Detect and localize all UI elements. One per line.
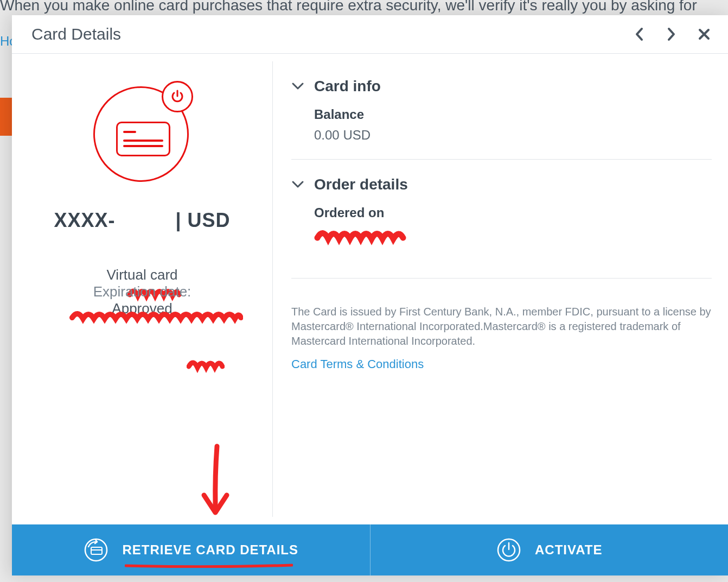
redaction-scribble-expiration xyxy=(187,357,225,375)
modal-title: Card Details xyxy=(31,25,631,43)
activate-label: ACTIVATE xyxy=(535,542,602,558)
order-details-title: Order details xyxy=(314,176,408,193)
underline-annotation xyxy=(125,564,293,568)
section-divider xyxy=(291,159,712,160)
card-details-panel: Card info Balance 0.00 USD Order details… xyxy=(272,61,728,517)
power-badge xyxy=(162,81,193,112)
balance-label: Balance xyxy=(314,107,712,122)
terms-link[interactable]: Card Terms & Conditions xyxy=(291,357,424,371)
card-details-modal: Card Details XXXX-XXXX | USD xyxy=(12,15,728,575)
card-number: XXXX-XXXX | USD xyxy=(54,209,230,232)
chevron-right-icon xyxy=(667,27,676,42)
ordered-on-label: Ordered on xyxy=(314,205,712,220)
card-summary-panel: XXXX-XXXX | USD Virtual card Expiration … xyxy=(12,54,272,524)
arrow-annotation xyxy=(196,443,234,519)
card-info-title: Card info xyxy=(314,78,381,95)
card-number-masked: XXXX- xyxy=(54,209,115,231)
card-currency: | USD xyxy=(170,209,231,231)
next-button[interactable] xyxy=(664,27,679,42)
retrieve-card-details-button[interactable]: RETRIEVE CARD DETAILS xyxy=(12,524,371,575)
close-icon xyxy=(698,28,711,41)
card-info-section-header[interactable]: Card info xyxy=(291,78,712,95)
redaction-scribble-ordered-date xyxy=(314,226,406,249)
chevron-down-icon xyxy=(291,178,304,191)
redaction-scribble-name xyxy=(69,308,243,326)
refresh-card-icon xyxy=(83,537,109,563)
legal-text: The Card is issued by First Century Bank… xyxy=(291,305,712,349)
card-expiration-label: Expiration date: xyxy=(93,283,191,300)
power-icon xyxy=(170,89,185,104)
card-icon xyxy=(116,122,170,156)
card-type: Virtual card xyxy=(106,267,177,283)
balance-value: 0.00 USD xyxy=(314,128,712,143)
order-details-section-header[interactable]: Order details xyxy=(291,176,712,193)
prev-button[interactable] xyxy=(631,27,647,42)
svg-rect-1 xyxy=(91,547,102,554)
power-outline-icon xyxy=(496,537,522,563)
background-text: When you make online card purchases that… xyxy=(0,0,728,14)
background-orange-accent xyxy=(0,98,12,136)
section-divider xyxy=(291,278,712,279)
modal-body: XXXX-XXXX | USD Virtual card Expiration … xyxy=(12,54,728,524)
activate-button[interactable]: ACTIVATE xyxy=(371,524,729,575)
modal-footer: RETRIEVE CARD DETAILS ACTIVATE xyxy=(12,524,728,575)
retrieve-label: RETRIEVE CARD DETAILS xyxy=(122,542,298,558)
chevron-down-icon xyxy=(291,80,304,93)
modal-nav-controls xyxy=(631,27,712,42)
card-graphic xyxy=(88,81,196,189)
chevron-left-icon xyxy=(634,27,644,42)
close-button[interactable] xyxy=(697,27,712,42)
modal-header: Card Details xyxy=(12,15,728,54)
